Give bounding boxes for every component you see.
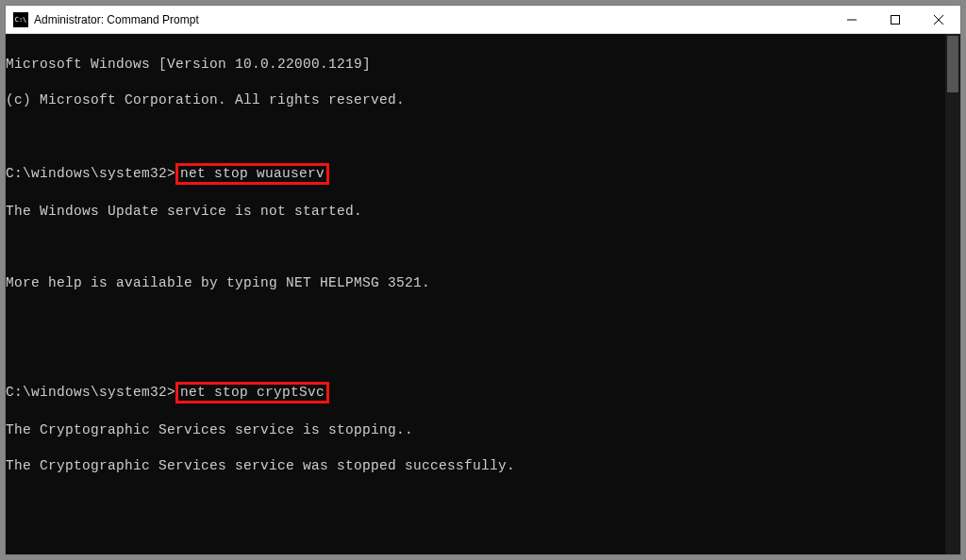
blank-line (6, 529, 945, 547)
svg-rect-1 (891, 15, 900, 24)
command-prompt-window: Administrator: Command Prompt Microsoft … (5, 5, 961, 555)
window-title: Administrator: Command Prompt (34, 13, 830, 26)
maximize-icon (891, 15, 900, 25)
help-line: More help is available by typing NET HEL… (6, 274, 945, 292)
command-line-1: C:\windows\system32>net stop wuauserv (6, 163, 945, 185)
prompt: C:\windows\system32> (6, 385, 175, 400)
copyright-line: (c) Microsoft Corporation. All rights re… (6, 91, 945, 109)
close-icon (934, 15, 943, 25)
version-line: Microsoft Windows [Version 10.0.22000.12… (6, 56, 945, 74)
blank-line (6, 346, 945, 364)
window-controls (830, 6, 960, 33)
highlighted-command-cryptsvc: net stop cryptSvc (175, 382, 329, 404)
close-button[interactable] (917, 6, 960, 33)
blank-line (6, 310, 945, 328)
output-line: The Windows Update service is not starte… (6, 203, 945, 221)
blank-line (6, 493, 945, 511)
blank-line (6, 239, 945, 256)
maximize-button[interactable] (874, 6, 917, 33)
scroll-thumb[interactable] (947, 36, 958, 92)
terminal-content[interactable]: Microsoft Windows [Version 10.0.22000.12… (6, 34, 945, 554)
prompt: C:\windows\system32> (6, 166, 175, 181)
command-line-2: C:\windows\system32>net stop cryptSvc (6, 382, 945, 404)
minimize-icon (847, 15, 857, 25)
cmd-icon (13, 12, 28, 27)
terminal-area: Microsoft Windows [Version 10.0.22000.12… (6, 34, 960, 554)
minimize-button[interactable] (830, 6, 874, 33)
titlebar[interactable]: Administrator: Command Prompt (6, 6, 960, 34)
blank-line (6, 127, 945, 145)
output-line: The Cryptographic Services service was s… (6, 457, 945, 475)
highlighted-command-wuauserv: net stop wuauserv (175, 163, 329, 185)
scrollbar[interactable] (945, 34, 960, 554)
output-line: The Cryptographic Services service is st… (6, 421, 945, 439)
